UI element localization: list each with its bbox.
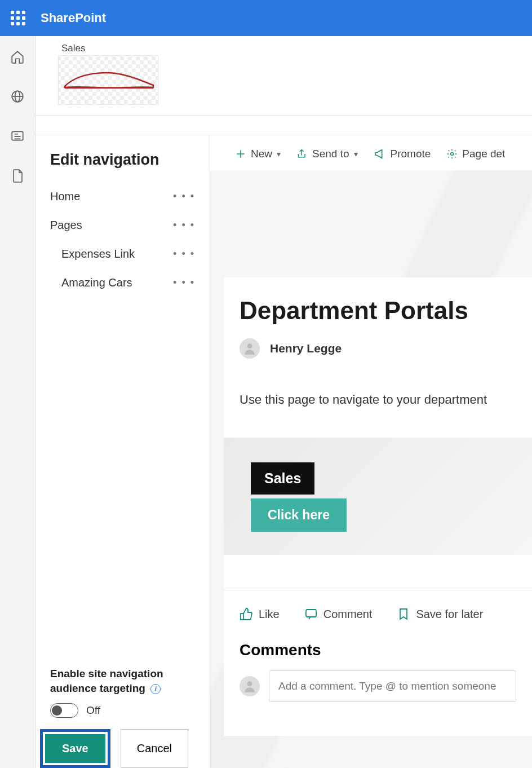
bookmark-icon <box>397 607 410 621</box>
megaphone-icon <box>374 148 386 160</box>
save-button[interactable]: Save <box>45 734 105 763</box>
left-rail <box>0 36 36 768</box>
more-icon[interactable]: • • • <box>173 277 195 289</box>
new-button[interactable]: New ▾ <box>235 148 281 160</box>
divider <box>224 590 532 590</box>
hero-card[interactable]: Sales Click here <box>224 438 532 555</box>
edit-nav-title: Edit navigation <box>36 151 210 182</box>
nav-item-label: Pages <box>50 219 82 232</box>
save-for-later-button[interactable]: Save for later <box>397 607 483 621</box>
waffle-icon <box>11 11 25 25</box>
comment-input[interactable] <box>269 670 516 702</box>
more-icon[interactable]: • • • <box>173 219 195 231</box>
page-description: Use this page to navigate to your depart… <box>240 392 516 407</box>
plus-icon <box>235 148 246 160</box>
send-to-label: Send to <box>312 148 349 160</box>
new-label: New <box>251 148 272 160</box>
main-pane: New ▾ Send to ▾ Promote Page det <box>210 135 532 768</box>
svg-point-3 <box>451 153 454 156</box>
like-label: Like <box>259 608 280 621</box>
file-icon[interactable] <box>11 168 24 186</box>
site-header: Sales <box>36 36 532 116</box>
nav-item-amazing-cars[interactable]: Amazing Cars • • • <box>36 268 210 297</box>
toggle-state: Off <box>86 704 100 717</box>
car-logo-icon <box>62 69 156 92</box>
promote-label: Promote <box>391 148 431 160</box>
nav-item-label: Expenses Link <box>61 248 135 261</box>
nav-item-label: Home <box>50 190 80 203</box>
page-title: Department Portals <box>240 297 516 325</box>
page-area: Department Portals Henry Legge Use this … <box>210 170 532 768</box>
like-button[interactable]: Like <box>240 607 280 621</box>
avatar <box>240 676 260 696</box>
site-logo[interactable] <box>58 55 158 105</box>
page-details-label: Page det <box>462 148 505 160</box>
send-to-button[interactable]: Send to ▾ <box>296 148 358 160</box>
comment-icon <box>304 607 318 621</box>
nav-item-expenses-link[interactable]: Expenses Link • • • <box>36 240 210 268</box>
person-icon <box>242 679 257 694</box>
nav-item-pages[interactable]: Pages • • • <box>36 211 210 240</box>
gear-icon <box>446 148 458 160</box>
more-icon[interactable]: • • • <box>173 191 195 202</box>
nav-item-home[interactable]: Home • • • <box>36 182 210 211</box>
toggle-knob <box>52 705 62 716</box>
chevron-down-icon: ▾ <box>354 149 358 158</box>
comment-label: Comment <box>323 608 373 621</box>
svg-point-6 <box>247 681 252 686</box>
more-icon[interactable]: • • • <box>173 248 195 260</box>
hero-tag: Sales <box>251 462 314 495</box>
svg-point-4 <box>247 343 252 348</box>
share-icon <box>296 148 308 160</box>
save-label: Save for later <box>416 608 483 621</box>
comments-heading: Comments <box>240 641 516 659</box>
promote-button[interactable]: Promote <box>374 148 431 160</box>
person-icon <box>242 341 257 356</box>
site-name[interactable]: Sales <box>61 43 509 54</box>
page-details-button[interactable]: Page det <box>446 148 505 160</box>
author-name[interactable]: Henry Legge <box>270 342 342 355</box>
save-button-highlight: Save <box>40 729 110 768</box>
cancel-button[interactable]: Cancel <box>121 729 188 768</box>
globe-icon[interactable] <box>10 89 25 106</box>
comment-button[interactable]: Comment <box>304 607 373 621</box>
app-launcher-waffle[interactable] <box>0 0 36 36</box>
command-bar: New ▾ Send to ▾ Promote Page det <box>210 148 532 170</box>
page-card: Department Portals Henry Legge Use this … <box>224 277 532 736</box>
info-icon[interactable]: i <box>150 684 161 694</box>
audience-targeting-label: Enable site navigation audience targetin… <box>50 667 195 696</box>
home-icon[interactable] <box>10 50 25 67</box>
chevron-down-icon: ▾ <box>277 149 281 158</box>
nav-item-label: Amazing Cars <box>61 276 132 289</box>
hero-click-here-button[interactable]: Click here <box>251 498 347 532</box>
social-bar: Like Comment Save for later <box>240 607 516 621</box>
news-icon[interactable] <box>10 129 25 145</box>
author-row: Henry Legge <box>240 338 516 359</box>
app-name[interactable]: SharePoint <box>41 11 106 25</box>
avatar[interactable] <box>240 338 260 359</box>
audience-targeting-toggle[interactable] <box>50 703 78 718</box>
edit-navigation-pane: Edit navigation Home • • • Pages • • • E… <box>36 135 210 768</box>
thumbs-up-icon <box>240 607 253 621</box>
suite-bar: SharePoint <box>0 0 532 36</box>
